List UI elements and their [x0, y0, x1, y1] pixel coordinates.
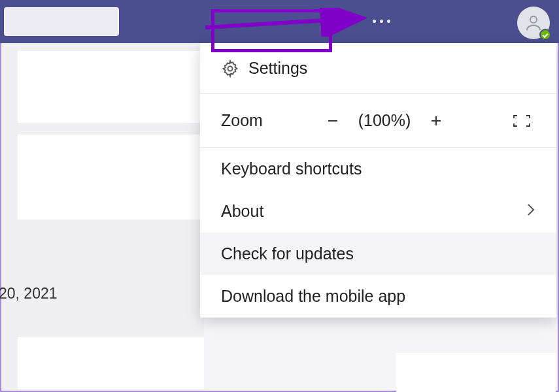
menu-item-label: Keyboard shortcuts [221, 159, 362, 178]
zoom-out-button[interactable] [319, 113, 347, 129]
minus-icon [325, 113, 341, 129]
menu-item-label: Check for updates [221, 244, 354, 263]
presence-available-icon [539, 29, 551, 41]
download-app-menu-item[interactable]: Download the mobile app [200, 275, 556, 318]
plus-icon [428, 113, 444, 129]
keyboard-shortcuts-menu-item[interactable]: Keyboard shortcuts [200, 148, 556, 190]
fullscreen-icon [513, 114, 531, 128]
menu-item-label: About [221, 202, 263, 221]
profile-button[interactable] [517, 7, 550, 39]
zoom-label: Zoom [221, 111, 313, 130]
zoom-in-button[interactable] [422, 113, 450, 129]
about-menu-item[interactable]: About [200, 190, 556, 233]
titlebar [0, 0, 559, 43]
settings-label: Settings [248, 59, 307, 78]
list-item[interactable] [18, 337, 204, 389]
content-card [396, 353, 556, 392]
list-item[interactable] [18, 135, 204, 220]
svg-point-3 [228, 66, 233, 71]
svg-point-0 [530, 16, 537, 23]
more-options-menu: Settings Zoom (100%) Keyboard shortcuts … [200, 43, 556, 318]
chevron-right-icon [526, 202, 535, 221]
check-updates-menu-item[interactable]: Check for updates [200, 233, 556, 275]
settings-menu-item[interactable]: Settings [200, 43, 556, 93]
gear-icon [221, 59, 239, 78]
search-input[interactable] [4, 7, 119, 36]
fullscreen-button[interactable] [508, 114, 535, 128]
menu-item-label: Download the mobile app [221, 287, 405, 306]
side-panel: 20, 2021 [1, 43, 204, 391]
content-area: 20, 2021 Settings Zoom (100%) [0, 43, 559, 392]
list-item[interactable] [18, 51, 204, 123]
date-header: 20, 2021 [0, 285, 58, 302]
more-options-button[interactable] [369, 16, 394, 27]
zoom-control: Zoom (100%) [200, 94, 556, 147]
zoom-value: (100%) [353, 111, 416, 130]
